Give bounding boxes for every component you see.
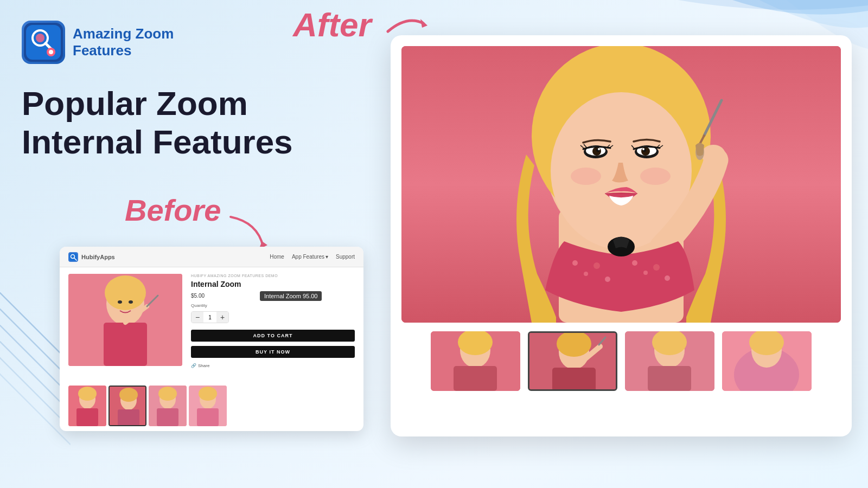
- main-heading: Popular Zoom Internal Features: [22, 84, 293, 162]
- svg-point-52: [598, 148, 600, 150]
- svg-marker-14: [420, 19, 427, 28]
- mini-nav-support: Support: [336, 254, 355, 260]
- mini-add-to-cart-button[interactable]: ADD TO CART: [191, 330, 355, 342]
- svg-point-72: [572, 260, 578, 266]
- svg-point-68: [701, 145, 725, 164]
- svg-point-32: [119, 388, 138, 402]
- heading-line1: Popular Zoom: [22, 84, 293, 123]
- after-thumb-1[interactable]: [431, 331, 520, 391]
- app-title-line2: Features: [73, 42, 174, 59]
- svg-point-74: [593, 262, 600, 269]
- mini-logo-icon: [68, 252, 78, 262]
- mini-product-price: $5.00: [191, 293, 355, 299]
- svg-point-25: [129, 300, 133, 304]
- svg-point-79: [665, 275, 670, 281]
- heading-line2: Internal Features: [22, 123, 293, 161]
- svg-rect-37: [157, 408, 178, 426]
- svg-point-24: [118, 300, 122, 304]
- app-icon: [22, 21, 65, 64]
- svg-point-78: [653, 264, 660, 271]
- mini-thumb-1[interactable]: [68, 386, 106, 426]
- mini-thumb-2[interactable]: [108, 386, 146, 426]
- svg-rect-88: [552, 368, 596, 391]
- svg-point-66: [640, 168, 671, 185]
- logo-area: Amazing Zoom Features: [22, 21, 174, 64]
- mini-nav-home: Home: [270, 254, 284, 260]
- svg-point-20: [105, 275, 146, 310]
- mini-qty-value: 1: [203, 314, 216, 320]
- app-title-line1: Amazing Zoom: [73, 25, 174, 42]
- svg-point-76: [632, 260, 637, 266]
- mini-qty-minus[interactable]: −: [192, 311, 203, 323]
- mini-thumbnails-row: [60, 382, 363, 431]
- mini-thumb-3[interactable]: [149, 386, 187, 426]
- svg-point-65: [571, 168, 601, 185]
- mini-product-area: HUBIFY AMAZING ZOOM FEATURES DEMO Intern…: [60, 267, 363, 382]
- mini-product-image: [68, 274, 182, 366]
- after-thumbnails-row: [401, 331, 841, 391]
- mini-buy-now-button[interactable]: BUY IT NOW: [191, 346, 355, 358]
- svg-point-9: [36, 34, 44, 42]
- mini-qty-label: Quantity: [191, 303, 355, 308]
- mini-browser-bar: HubifyApps Home App Features ▾ Support: [60, 247, 363, 267]
- svg-rect-29: [76, 408, 98, 426]
- svg-point-75: [605, 277, 610, 282]
- after-thumb-2[interactable]: [528, 331, 617, 391]
- mini-product-tag: HUBIFY AMAZING ZOOM FEATURES DEMO: [191, 274, 355, 278]
- svg-rect-84: [454, 366, 497, 391]
- svg-rect-21: [104, 323, 147, 366]
- svg-point-77: [643, 271, 648, 275]
- svg-point-61: [642, 148, 644, 150]
- mini-brand-logo: HubifyApps: [68, 252, 115, 262]
- mini-nav-features: App Features ▾: [292, 254, 328, 260]
- mini-qty-control: − 1 +: [191, 311, 229, 323]
- mini-share-link: 🔗 Share: [191, 363, 355, 368]
- after-thumb-4[interactable]: [722, 331, 812, 391]
- before-label: Before: [125, 192, 221, 228]
- mini-product-details: HUBIFY AMAZING ZOOM FEATURES DEMO Intern…: [191, 274, 355, 378]
- mini-brand-name: HubifyApps: [81, 254, 115, 260]
- svg-point-40: [199, 387, 217, 401]
- after-panel: [391, 35, 852, 436]
- svg-point-73: [584, 272, 588, 276]
- logo-text: Amazing Zoom Features: [73, 25, 174, 59]
- mini-product-title: Internal Zoom: [191, 280, 355, 288]
- mini-nav: Home App Features ▾ Support: [270, 254, 355, 260]
- after-thumb-3[interactable]: [625, 331, 714, 391]
- after-main-image: [401, 46, 841, 323]
- before-panel: HubifyApps Home App Features ▾ Support: [60, 247, 363, 431]
- mini-qty-plus[interactable]: +: [216, 311, 228, 323]
- svg-point-12: [49, 50, 53, 54]
- svg-rect-94: [648, 366, 691, 391]
- mini-thumb-4[interactable]: [189, 386, 227, 426]
- svg-point-28: [78, 387, 97, 401]
- svg-rect-33: [118, 409, 139, 426]
- svg-rect-41: [197, 408, 219, 426]
- svg-point-36: [158, 387, 177, 401]
